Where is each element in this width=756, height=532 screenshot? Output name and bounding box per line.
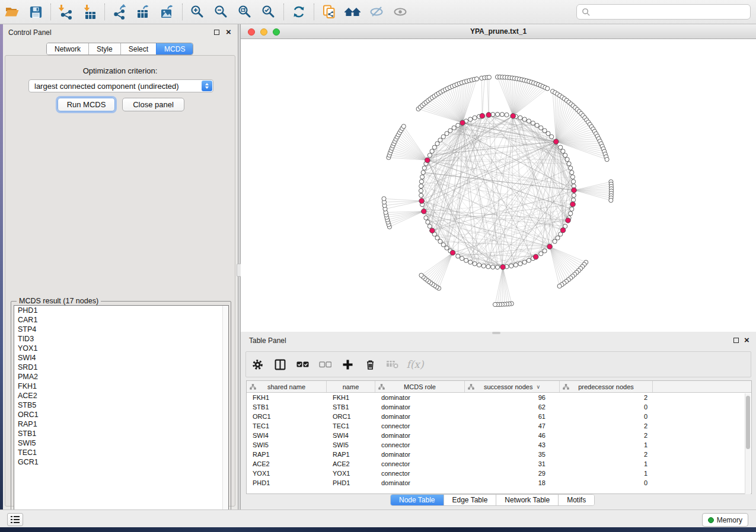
- cell-shared-name[interactable]: PHD1: [247, 479, 327, 486]
- zoom-selected-icon[interactable]: [257, 2, 280, 22]
- cell-predecessor-nodes[interactable]: 2: [560, 451, 653, 458]
- table-row[interactable]: TEC1TEC1connector472: [247, 421, 751, 431]
- cell-MCDS-role[interactable]: connector: [375, 441, 465, 448]
- mcds-result-item[interactable]: TID3: [14, 334, 228, 344]
- mcds-result-list[interactable]: PHD1CAR1STP4TID3YOX1SWI4SRD1PMA2FKH1ACE2…: [14, 305, 229, 518]
- zoom-fit-icon[interactable]: [233, 2, 257, 22]
- refresh-icon[interactable]: [287, 2, 311, 22]
- zoom-in-icon[interactable]: [186, 2, 209, 22]
- network-canvas[interactable]: [241, 39, 756, 332]
- mcds-result-item[interactable]: CAR1: [14, 315, 228, 325]
- import-table-icon[interactable]: [78, 2, 101, 22]
- show-column-panel-icon[interactable]: [269, 353, 291, 376]
- cell-predecessor-nodes[interactable]: 0: [560, 479, 653, 486]
- cell-name[interactable]: SWI4: [327, 432, 375, 439]
- export-image-icon[interactable]: [155, 2, 179, 22]
- mcds-result-item[interactable]: YOX1: [14, 344, 228, 353]
- mcds-result-item[interactable]: TEC1: [14, 448, 228, 457]
- search-field[interactable]: [576, 4, 751, 20]
- mcds-result-item[interactable]: STP4: [14, 325, 228, 334]
- cell-name[interactable]: FKH1: [327, 394, 375, 401]
- column-header-shared-name[interactable]: shared name: [247, 381, 327, 392]
- table-row[interactable]: ACE2ACE2connector311: [247, 459, 751, 469]
- cell-name[interactable]: STB1: [327, 403, 375, 411]
- cell-shared-name[interactable]: SWI5: [247, 441, 327, 448]
- sort-menu-arrow[interactable]: ∨: [536, 384, 540, 390]
- table-scrollbar[interactable]: [745, 393, 751, 494]
- first-neighbors-icon[interactable]: [341, 2, 365, 22]
- tab-select[interactable]: Select: [120, 43, 156, 55]
- cell-successor-nodes[interactable]: 18: [465, 479, 560, 486]
- add-column-icon[interactable]: [336, 353, 359, 376]
- open-file-icon[interactable]: [0, 2, 24, 22]
- select-all-icon[interactable]: [291, 353, 314, 376]
- cell-MCDS-role[interactable]: dominator: [375, 413, 465, 420]
- cell-name[interactable]: ORC1: [327, 413, 375, 420]
- mcds-result-item[interactable]: ACE2: [14, 391, 228, 400]
- cell-MCDS-role[interactable]: connector: [375, 460, 465, 467]
- cell-MCDS-role[interactable]: connector: [375, 470, 465, 477]
- close-icon[interactable]: ×: [226, 29, 231, 34]
- cell-name[interactable]: YOX1: [327, 470, 375, 477]
- tab-network-table[interactable]: Network Table: [496, 495, 558, 505]
- mcds-result-item[interactable]: PMA2: [14, 372, 228, 382]
- cell-shared-name[interactable]: SWI4: [247, 432, 327, 439]
- cell-successor-nodes[interactable]: 35: [465, 451, 560, 458]
- cell-MCDS-role[interactable]: connector: [375, 422, 465, 430]
- cell-successor-nodes[interactable]: 62: [465, 403, 560, 411]
- cell-predecessor-nodes[interactable]: 1: [560, 470, 653, 477]
- table-row[interactable]: SWI4SWI4dominator462: [247, 431, 751, 440]
- mcds-result-item[interactable]: ORC1: [14, 410, 228, 419]
- table-settings-gear-icon[interactable]: [246, 353, 269, 376]
- column-header-name[interactable]: name: [327, 381, 375, 392]
- hide-selected-icon[interactable]: [365, 2, 388, 22]
- table-row[interactable]: PHD1PHD1dominator180: [247, 478, 751, 488]
- scrollbar-thumb[interactable]: [746, 396, 750, 449]
- run-mcds-button[interactable]: Run MCDS: [58, 98, 115, 111]
- tab-mcds[interactable]: MCDS: [156, 43, 193, 55]
- float-window-icon[interactable]: [214, 30, 219, 35]
- tab-network[interactable]: Network: [47, 43, 88, 55]
- cell-name[interactable]: PHD1: [327, 479, 375, 486]
- task-history-button[interactable]: [7, 513, 23, 526]
- delete-column-icon[interactable]: [359, 353, 381, 376]
- save-icon[interactable]: [24, 2, 47, 22]
- table-row[interactable]: RAP1RAP1dominator352: [247, 450, 751, 459]
- cell-shared-name[interactable]: RAP1: [247, 451, 327, 458]
- table-row[interactable]: SWI5SWI5connector431: [247, 440, 751, 450]
- tab-motifs[interactable]: Motifs: [558, 495, 594, 505]
- column-header-predecessor-nodes[interactable]: predecessor nodes: [560, 381, 653, 392]
- mcds-result-item[interactable]: PHD1: [14, 306, 228, 315]
- cell-MCDS-role[interactable]: dominator: [375, 451, 465, 458]
- cell-predecessor-nodes[interactable]: 0: [560, 403, 653, 411]
- close-icon[interactable]: ×: [744, 337, 749, 342]
- cell-shared-name[interactable]: ORC1: [247, 413, 327, 420]
- mcds-result-item[interactable]: SRD1: [14, 363, 228, 372]
- table-row[interactable]: ORC1ORC1dominator610: [247, 412, 751, 421]
- cell-shared-name[interactable]: STB1: [247, 403, 327, 411]
- cell-successor-nodes[interactable]: 31: [465, 460, 560, 467]
- cell-successor-nodes[interactable]: 96: [465, 394, 560, 401]
- mcds-list-scrollbar[interactable]: [222, 306, 228, 518]
- cell-successor-nodes[interactable]: 43: [465, 441, 560, 448]
- cell-predecessor-nodes[interactable]: 1: [560, 460, 653, 467]
- zoom-out-icon[interactable]: [209, 2, 233, 22]
- horizontal-splitter-handle[interactable]: [492, 332, 500, 334]
- cell-predecessor-nodes[interactable]: 2: [560, 422, 653, 430]
- cell-name[interactable]: SWI5: [327, 441, 375, 448]
- float-window-icon[interactable]: [733, 338, 739, 343]
- table-row[interactable]: YOX1YOX1connector291: [247, 469, 751, 478]
- mcds-result-item[interactable]: FKH1: [14, 382, 228, 391]
- close-panel-button[interactable]: Close panel: [122, 98, 184, 111]
- cell-successor-nodes[interactable]: 47: [465, 422, 560, 430]
- cell-shared-name[interactable]: FKH1: [247, 394, 327, 401]
- tab-edge-table[interactable]: Edge Table: [444, 495, 496, 505]
- cell-name[interactable]: RAP1: [327, 451, 375, 458]
- cell-predecessor-nodes[interactable]: 2: [560, 432, 653, 439]
- mcds-result-item[interactable]: RAP1: [14, 419, 228, 429]
- network-window-titlebar[interactable]: YPA_prune.txt_1: [241, 24, 756, 39]
- deselect-all-icon[interactable]: [314, 353, 336, 376]
- mcds-result-item[interactable]: STB5: [14, 400, 228, 410]
- mcds-result-item[interactable]: GCR1: [14, 457, 228, 467]
- cell-MCDS-role[interactable]: dominator: [375, 394, 465, 401]
